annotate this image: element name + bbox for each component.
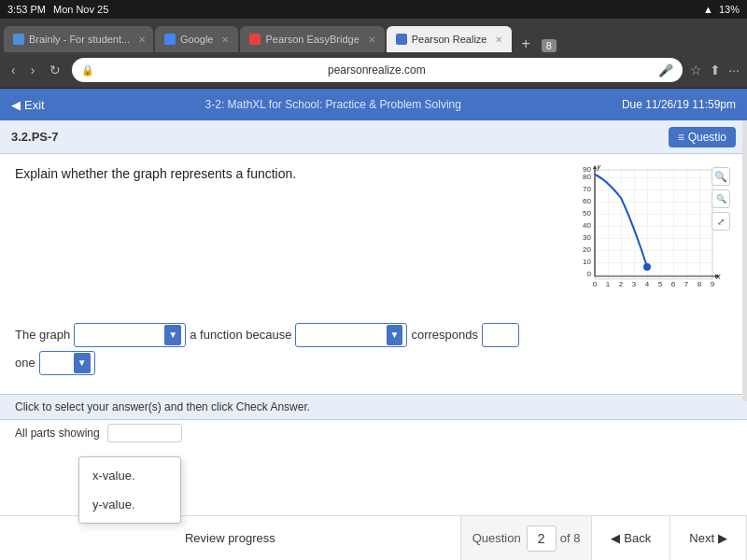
svg-text:10: 10 — [583, 258, 591, 266]
exit-label: Exit — [24, 98, 45, 112]
svg-text:0: 0 — [587, 270, 592, 278]
graph-icon-buttons: 🔍 🔍 ⤢ — [712, 167, 730, 231]
wifi-icon: ▲ — [703, 4, 713, 15]
back-button[interactable]: ◀ Back — [592, 516, 670, 560]
svg-text:7: 7 — [684, 280, 689, 288]
tab-count: 8 — [542, 39, 557, 52]
graph-svg: 0 10 20 30 40 50 60 70 80 90 0 1 2 3 4 5… — [569, 165, 723, 301]
function-because-text: a function because — [190, 323, 291, 347]
tab-realize-close[interactable]: ✕ — [495, 35, 502, 45]
answer-area: The graph ▼ a function because ▼ corresp… — [0, 315, 747, 390]
tab-easybridge-label: Pearson EasyBridge — [265, 34, 359, 45]
instructions-bar: Click to select your answer(s) and then … — [0, 394, 747, 420]
microphone-icon[interactable]: 🎤 — [658, 63, 673, 77]
dropdown-4[interactable]: ▼ — [39, 351, 95, 375]
day: Mon Nov 25 — [53, 4, 108, 15]
content-area: 3.2.PS-7 ≡ Questio Explain whether the g… — [0, 120, 747, 446]
share-icon[interactable]: ⬆ — [710, 63, 721, 77]
forward-nav-button[interactable]: › — [27, 61, 39, 79]
back-label: Back — [624, 531, 651, 545]
svg-rect-1 — [595, 170, 712, 279]
address-bar-row: ‹ › ↻ 🔒 pearsonrealize.com 🎤 ☆ ⬆ ··· — [0, 52, 747, 88]
expand-icon[interactable]: ⤢ — [712, 212, 730, 231]
review-progress-label: Review progress — [185, 531, 275, 545]
url-text: pearsonrealize.com — [100, 63, 653, 77]
exit-button[interactable]: ◀ Exit — [11, 98, 45, 112]
new-tab-button[interactable]: + — [514, 35, 537, 52]
svg-text:2: 2 — [619, 280, 624, 288]
dropdown-3[interactable] — [482, 323, 519, 347]
time: 3:53 PM — [7, 4, 46, 15]
address-actions: ☆ ⬆ ··· — [690, 63, 740, 77]
dropdown-item-x-value[interactable]: x-value. — [79, 461, 180, 490]
svg-text:20: 20 — [583, 245, 591, 254]
tab-realize[interactable]: Pearson Realize ✕ — [387, 26, 513, 52]
svg-text:4: 4 — [645, 280, 650, 288]
lock-icon: 🔒 — [81, 64, 94, 77]
more-icon[interactable]: ··· — [728, 63, 740, 77]
svg-text:y: y — [596, 165, 601, 171]
next-arrow-icon: ▶ — [718, 531, 727, 545]
browser-chrome: Brainly - For student... ✕ Google ✕ Pear… — [0, 19, 747, 89]
tab-brainly-label: Brainly - For student... — [29, 34, 130, 45]
dropdown-2-arrow: ▼ — [387, 325, 403, 345]
svg-text:9: 9 — [711, 280, 715, 288]
tab-easybridge[interactable]: Pearson EasyBridge ✕ — [240, 26, 384, 52]
all-parts-label: All parts showing — [15, 427, 100, 440]
app-toolbar: ◀ Exit 3-2: MathXL for School: Practice … — [0, 89, 747, 120]
svg-text:40: 40 — [583, 221, 591, 230]
zoom-in-icon[interactable]: 🔍 — [712, 167, 730, 186]
answer-row-2: one ▼ — [15, 351, 732, 375]
tab-realize-label: Pearson Realize — [412, 34, 487, 45]
question-of: of 8 — [560, 531, 581, 545]
question-prompt: Explain whether the graph represents a f… — [15, 165, 554, 184]
zoom-out-icon[interactable]: 🔍 — [712, 189, 730, 208]
svg-text:5: 5 — [658, 280, 663, 288]
svg-text:30: 30 — [583, 233, 591, 242]
tab-google-close[interactable]: ✕ — [221, 35, 229, 45]
tab-google-label: Google — [180, 34, 213, 45]
dropdown-1[interactable]: ▼ — [74, 323, 186, 347]
tab-easybridge-close[interactable]: ✕ — [368, 35, 375, 45]
svg-text:8: 8 — [698, 280, 702, 288]
question-id: 3.2.PS-7 — [11, 130, 59, 144]
tab-google[interactable]: Google ✕ — [155, 26, 238, 52]
question-list-label: Questio — [688, 131, 726, 144]
graph-prefix: The graph — [15, 323, 70, 347]
svg-text:0: 0 — [593, 280, 598, 288]
parts-control[interactable] — [107, 424, 182, 442]
svg-text:80: 80 — [583, 173, 591, 181]
svg-point-28 — [643, 263, 651, 271]
next-button[interactable]: Next ▶ — [670, 516, 747, 560]
bookmark-icon[interactable]: ☆ — [690, 63, 702, 77]
exit-arrow-icon: ◀ — [11, 98, 21, 112]
question-list-button[interactable]: ≡ Questio — [669, 127, 736, 147]
brainly-favicon — [13, 34, 24, 45]
one-prefix: one — [15, 351, 35, 375]
svg-text:90: 90 — [583, 165, 591, 174]
svg-text:3: 3 — [632, 280, 637, 288]
dropdown-1-arrow: ▼ — [164, 325, 181, 345]
address-bar[interactable]: 🔒 pearsonrealize.com 🎤 — [72, 58, 683, 82]
review-progress-button[interactable]: Review progress — [0, 516, 461, 560]
battery: 13% — [719, 4, 740, 15]
back-nav-button[interactable]: ‹ — [7, 61, 20, 79]
dropdown-popup: x-value. y-value. — [78, 456, 181, 524]
tab-brainly[interactable]: Brainly - For student... ✕ — [4, 26, 153, 52]
svg-text:60: 60 — [583, 197, 591, 205]
all-parts-row: All parts showing — [0, 420, 747, 446]
refresh-button[interactable]: ↻ — [46, 61, 64, 79]
dropdown-4-arrow: ▼ — [74, 353, 91, 373]
dropdown-2[interactable]: ▼ — [295, 323, 407, 347]
graph-container: 0 10 20 30 40 50 60 70 80 90 0 1 2 3 4 5… — [569, 165, 732, 304]
question-nav: Question of 8 — [461, 516, 593, 560]
realize-favicon — [396, 34, 407, 45]
dropdown-item-y-value[interactable]: y-value. — [79, 490, 180, 519]
question-header: 3.2.PS-7 ≡ Questio — [0, 120, 747, 154]
question-label: Question — [472, 531, 521, 545]
svg-text:50: 50 — [583, 209, 591, 217]
svg-text:6: 6 — [671, 280, 676, 288]
question-number-input[interactable] — [527, 525, 557, 552]
tab-brainly-close[interactable]: ✕ — [138, 35, 146, 45]
svg-text:70: 70 — [583, 185, 591, 193]
